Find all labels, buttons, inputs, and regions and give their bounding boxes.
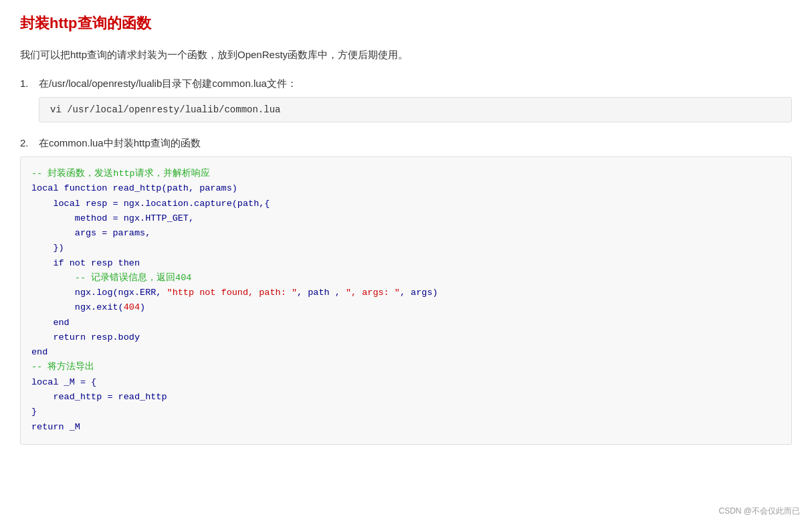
section-1-number: 1. xyxy=(20,78,33,89)
code-line: -- 封装函数，发送http请求，并解析响应 xyxy=(31,167,781,181)
page-title: 封装http查询的函数 xyxy=(20,13,792,33)
section-2-number: 2. xyxy=(20,137,33,148)
code-line: return _M xyxy=(31,420,781,435)
code-line: local function read_http(path, params) xyxy=(31,181,781,196)
code-line: }) xyxy=(31,241,781,255)
section-2-heading: 在common.lua中封装http查询的函数 xyxy=(39,137,201,150)
code-line: method = ngx.HTTP_GET, xyxy=(31,211,781,226)
code-line: end xyxy=(31,345,781,360)
section-1: 1. 在/usr/local/openresty/lualib目录下创建comm… xyxy=(20,78,792,122)
code-line: args = params, xyxy=(31,226,781,241)
code-line: -- 记录错误信息，返回404 xyxy=(31,271,781,286)
code-line: end xyxy=(31,316,781,330)
code-line: ngx.log(ngx.ERR, "http not found, path: … xyxy=(31,286,781,300)
code-line: if not resp then xyxy=(31,256,781,271)
code-line: ngx.exit(404) xyxy=(31,300,781,315)
intro-text: 我们可以把http查询的请求封装为一个函数，放到OpenResty函数库中，方便… xyxy=(20,47,792,63)
section-2: 2. 在common.lua中封装http查询的函数 -- 封装函数，发送htt… xyxy=(20,137,792,445)
inline-code-block: vi /usr/local/openresty/lualib/common.lu… xyxy=(39,97,792,122)
code-line: -- 将方法导出 xyxy=(31,360,781,375)
code-line: local resp = ngx.location.capture(path,{ xyxy=(31,197,781,211)
code-line: } xyxy=(31,405,781,419)
section-1-heading: 在/usr/local/openresty/lualib目录下创建common.… xyxy=(39,78,297,90)
watermark: CSDN @不会仅此而已 xyxy=(718,506,800,517)
code-block: -- 封装函数，发送http请求，并解析响应local function rea… xyxy=(20,156,792,445)
code-line: return resp.body xyxy=(31,330,781,345)
code-line: local _M = { xyxy=(31,375,781,390)
code-line: read_http = read_http xyxy=(31,390,781,405)
